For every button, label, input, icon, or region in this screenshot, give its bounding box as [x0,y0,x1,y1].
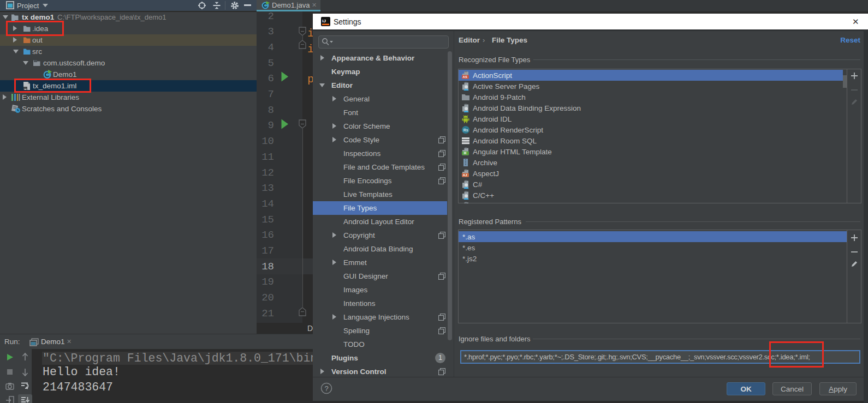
svg-text:IJ: IJ [322,19,326,23]
svg-text:?: ? [325,384,329,393]
svg-text:Rs: Rs [463,128,468,132]
svg-text:AJ: AJ [463,173,467,177]
svg-text:H: H [464,151,467,155]
svg-text:AS: AS [463,75,467,79]
